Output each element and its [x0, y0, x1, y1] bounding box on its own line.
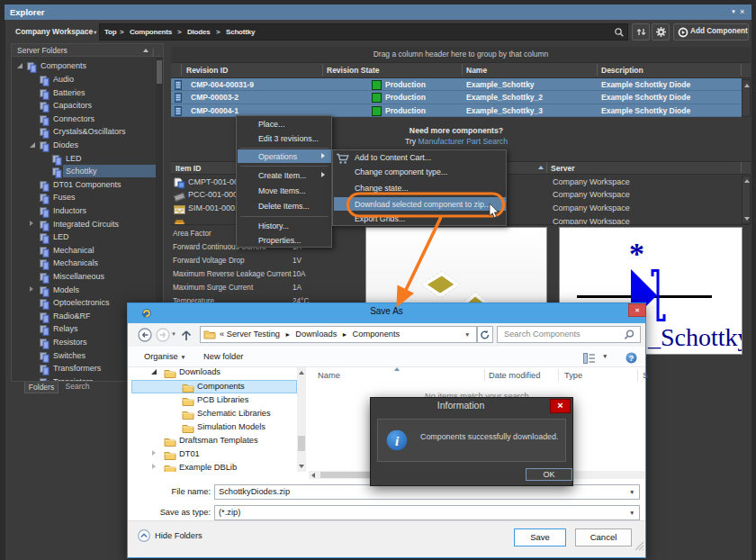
- svg-text:_Schottky: _Schottky: [647, 323, 742, 351]
- svg-text:?: ?: [629, 354, 634, 363]
- svg-text:*: *: [629, 237, 644, 270]
